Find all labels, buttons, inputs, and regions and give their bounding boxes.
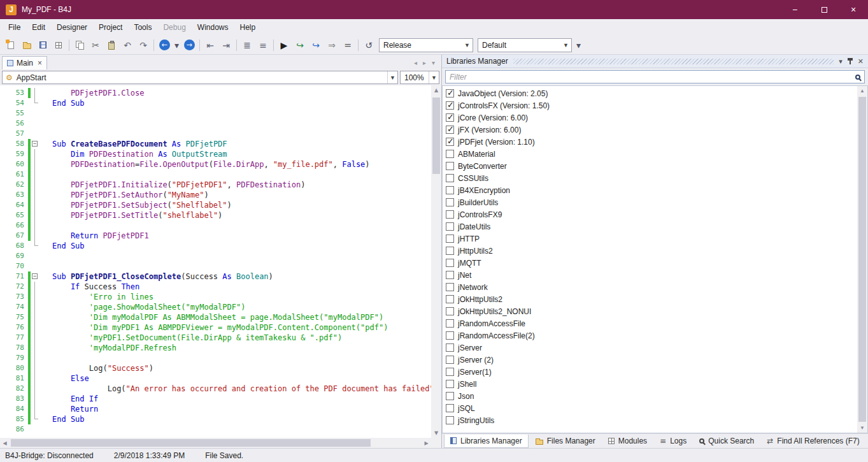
library-item[interactable]: jServer (445, 342, 857, 354)
library-checkbox[interactable] (446, 174, 454, 182)
open-button[interactable] (19, 38, 34, 52)
scroll-thumb[interactable] (11, 439, 371, 447)
line-number[interactable]: 53 (0, 88, 28, 98)
fold-collapse-icon[interactable]: − (32, 141, 38, 147)
library-item[interactable]: jPDFjet (Version: 1.10) (445, 136, 857, 148)
code-editor[interactable]: 53PDFjetPDF1.Close54End Sub55565758−Sub … (0, 85, 441, 448)
library-checkbox[interactable] (446, 235, 454, 243)
library-item[interactable]: jRandomAccessFile (445, 317, 857, 329)
library-checkbox[interactable] (446, 404, 454, 412)
tab-scroll-right-icon[interactable]: ▸ (423, 59, 426, 66)
line-number[interactable]: 62 (0, 180, 28, 190)
line-number[interactable]: 68 (0, 241, 28, 251)
library-item[interactable]: jOkHttpUtils2_NONUI (445, 305, 857, 317)
scroll-track[interactable] (431, 95, 441, 428)
library-item[interactable]: ABMaterial (445, 148, 857, 160)
library-item[interactable]: jNet (445, 269, 857, 281)
library-checkbox[interactable] (446, 356, 454, 364)
library-item[interactable]: jFX (Version: 6.00) (445, 124, 857, 136)
library-item[interactable]: jOkHttpUtils2 (445, 293, 857, 305)
line-number[interactable]: 67 (0, 231, 28, 241)
library-checkbox[interactable] (446, 198, 454, 206)
line-number[interactable]: 80 (0, 363, 28, 373)
menu-designer[interactable]: Designer (51, 20, 93, 34)
code-line[interactable]: 53PDFjetPDF1.Close (0, 88, 431, 98)
library-item[interactable]: jSQL (445, 402, 857, 414)
line-number[interactable]: 65 (0, 210, 28, 220)
library-checkbox[interactable] (446, 392, 454, 400)
library-checkbox[interactable] (446, 343, 454, 352)
navigation-history-dropdown[interactable]: ▾ (173, 38, 181, 52)
navigate-forward-button[interactable]: → (181, 38, 197, 52)
run-configuration-combo[interactable]: Default▼ (478, 38, 572, 52)
line-number[interactable]: 76 (0, 322, 28, 333)
editor-vertical-scrollbar[interactable]: ▲ ▼ (431, 85, 441, 438)
menu-file[interactable]: File (3, 20, 26, 34)
scroll-track[interactable] (857, 96, 867, 423)
panel-close-icon[interactable]: ✕ (858, 57, 864, 66)
save-button[interactable] (35, 38, 50, 52)
menu-help[interactable]: Help (234, 20, 262, 34)
line-number[interactable]: 77 (0, 333, 28, 343)
code-line[interactable]: 66 (0, 220, 431, 231)
line-number[interactable]: 61 (0, 170, 28, 180)
code-line[interactable]: 69 (0, 251, 431, 261)
library-checkbox[interactable] (446, 101, 454, 110)
save-all-button[interactable] (51, 38, 66, 52)
line-number[interactable]: 73 (0, 292, 28, 302)
library-checkbox[interactable] (446, 319, 454, 328)
code-line[interactable]: 79 (0, 353, 431, 363)
library-checkbox[interactable] (446, 89, 454, 97)
code-line[interactable]: 70 (0, 261, 431, 271)
run-button[interactable]: ▶ (276, 38, 292, 52)
code-line[interactable]: 56 (0, 119, 431, 129)
library-item[interactable]: jNetwork (445, 281, 857, 293)
code-line[interactable]: 67Return PDFjetPDF1 (0, 231, 431, 241)
library-item[interactable]: jStringUtils (445, 414, 857, 426)
library-item[interactable]: jB4XEncryption (445, 184, 857, 196)
tab-scroll-left-icon[interactable]: ◂ (414, 59, 417, 66)
editor-horizontal-scrollbar[interactable]: ◀ ▶ (0, 438, 431, 448)
bottom-tab-quick-search[interactable]: Quick Search (694, 435, 760, 448)
pause-button[interactable]: = (340, 38, 355, 52)
new-button[interactable] (3, 38, 18, 52)
code-line[interactable]: 85End Sub (0, 414, 431, 424)
line-number[interactable]: 74 (0, 302, 28, 312)
code-line[interactable]: 54End Sub (0, 98, 431, 108)
library-item[interactable]: jHTTP (445, 233, 857, 245)
library-item[interactable]: jHttpUtils2 (445, 245, 857, 257)
redo-button[interactable]: ↷ (136, 38, 151, 52)
code-line[interactable]: 57 (0, 129, 431, 139)
line-number[interactable]: 82 (0, 384, 28, 394)
scroll-up-icon[interactable]: ▲ (857, 86, 867, 96)
line-number[interactable]: 75 (0, 312, 28, 322)
library-checkbox[interactable] (446, 416, 454, 424)
library-checkbox[interactable] (446, 259, 454, 267)
library-checkbox[interactable] (446, 271, 454, 279)
line-number[interactable]: 60 (0, 159, 28, 170)
code-line[interactable]: 61 (0, 170, 431, 180)
window-position-icon[interactable]: ▾ (839, 57, 843, 66)
library-item[interactable]: CSSUtils (445, 172, 857, 184)
library-item[interactable]: ByteConverter (445, 160, 857, 172)
scroll-track[interactable] (10, 438, 422, 448)
bottom-tab-files-manager[interactable]: Files Manager (530, 435, 601, 448)
bottom-tab-modules[interactable]: Modules (602, 435, 653, 448)
code-line[interactable]: 60PDFDestination=File.OpenOutput(File.Di… (0, 159, 431, 170)
library-checkbox[interactable] (446, 138, 454, 146)
code-line[interactable]: 68End Sub (0, 241, 431, 251)
code-line[interactable]: 62PDFjetPDF1.Initialize("PDFjetPDF1", PD… (0, 180, 431, 190)
line-number[interactable]: 85 (0, 414, 28, 424)
library-item[interactable]: jServer (2) (445, 354, 857, 366)
library-item[interactable]: Json (445, 390, 857, 402)
library-item[interactable]: jDateUtils (445, 220, 857, 233)
unindent-button[interactable]: ⇤ (203, 38, 218, 52)
step-into-button[interactable]: ↪ (292, 38, 308, 52)
library-item[interactable]: jCore (Version: 6.00) (445, 112, 857, 124)
library-item[interactable]: jShell (445, 378, 857, 390)
bottom-tab-find-all-references-f7-[interactable]: ⇄Find All References (F7) (761, 435, 865, 448)
tab-main[interactable]: Main × (2, 56, 47, 69)
fold-collapse-icon[interactable]: − (32, 273, 38, 279)
line-number[interactable]: 69 (0, 251, 28, 261)
code-line[interactable]: 76'Dim myPDF1 As ABMPDFViewer = myModalP… (0, 322, 431, 333)
